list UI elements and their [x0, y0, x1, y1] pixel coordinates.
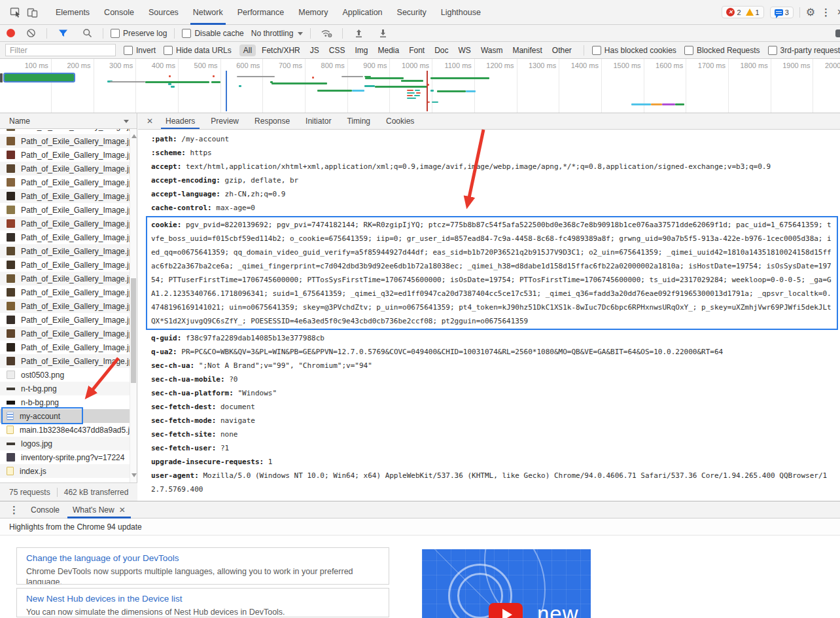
- image-thumbnail-icon: [7, 357, 15, 365]
- detail-tab-initiator[interactable]: Initiator: [298, 113, 339, 129]
- clear-network-log-icon[interactable]: [22, 26, 39, 41]
- close-tab-icon[interactable]: ✕: [119, 505, 126, 515]
- detail-tab-headers[interactable]: Headers: [158, 113, 203, 129]
- request-row-path-of-exile-gallery-image-jpg[interactable]: Path_of_Exile_Gallery_Image.jpg: [0, 340, 130, 354]
- whats-new-video-thumbnail[interactable]: new: [422, 549, 591, 618]
- request-details-tabs: ✕ HeadersPreviewResponseInitiatorTimingC…: [138, 113, 840, 130]
- type-filter-img[interactable]: Img: [351, 45, 372, 56]
- type-filter-doc[interactable]: Doc: [430, 45, 452, 56]
- header-sec-fetch-site: sec-fetch-site: none: [151, 427, 833, 441]
- request-row-path-of-exile-gallery-image-jpg[interactable]: Path_of_Exile_Gallery_Image.jpg: [0, 148, 130, 162]
- tab-sources[interactable]: Sources: [141, 0, 186, 25]
- warning-count-badge[interactable]: 1: [746, 9, 760, 16]
- hide-data-urls-checkbox[interactable]: [164, 46, 173, 55]
- drawer-tab-what-s-new[interactable]: What's New✕: [66, 501, 132, 518]
- preserve-log-checkbox[interactable]: [111, 29, 120, 38]
- disable-cache-checkbox[interactable]: [182, 29, 191, 38]
- request-row-path-of-exile-gallery-image-jpg[interactable]: Path_of_Exile_Gallery_Image.jpg: [0, 134, 130, 148]
- request-row-path-of-exile-gallery-image-jpg[interactable]: Path_of_Exile_Gallery_Image.jpg: [0, 129, 130, 134]
- invert-label: Invert: [136, 46, 156, 55]
- request-list-scrollbar[interactable]: [130, 129, 137, 482]
- request-row-path-of-exile-gallery-image-jpg[interactable]: Path_of_Exile_Gallery_Image.jpg: [0, 162, 130, 175]
- detail-tab-timing[interactable]: Timing: [339, 113, 378, 129]
- third-party-requests-checkbox[interactable]: [768, 46, 777, 55]
- search-icon[interactable]: [79, 26, 96, 41]
- type-filter-ws[interactable]: WS: [455, 45, 475, 56]
- detail-tab-preview[interactable]: Preview: [203, 113, 247, 129]
- issues-badge[interactable]: 3: [770, 7, 794, 18]
- request-row-path-of-exile-gallery-image-jpg[interactable]: Path_of_Exile_Gallery_Image.jpg: [0, 230, 130, 244]
- request-row-inventory-sprite-png-v-17224[interactable]: inventory-sprite.png?v=17224: [0, 450, 130, 464]
- tab-network[interactable]: Network: [186, 0, 230, 25]
- drawer-menu-icon[interactable]: ⋮: [9, 505, 19, 515]
- name-column-header[interactable]: Name: [0, 113, 137, 129]
- image-thumbnail-icon: [7, 164, 15, 173]
- type-filter-font[interactable]: Font: [405, 45, 429, 56]
- type-filter-media[interactable]: Media: [374, 45, 403, 56]
- whats-new-heading: Highlights from the Chrome 94 update: [9, 522, 142, 532]
- export-har-icon[interactable]: [374, 26, 391, 41]
- card-title-link[interactable]: New Nest Hub devices in the Device list: [26, 594, 379, 604]
- request-row-ost0503-png[interactable]: ost0503.png: [0, 368, 130, 382]
- request-row-path-of-exile-gallery-image-jpg[interactable]: Path_of_Exile_Gallery_Image.jpg: [0, 189, 130, 203]
- blocked-requests-checkbox[interactable]: [684, 46, 693, 55]
- scrollbar-thumb[interactable]: [131, 278, 136, 383]
- type-filter-fetch-xhr[interactable]: Fetch/XHR: [258, 45, 304, 56]
- network-conditions-icon[interactable]: [318, 26, 335, 41]
- import-har-icon[interactable]: [350, 26, 367, 41]
- close-details-icon[interactable]: ✕: [142, 117, 158, 126]
- error-count-badge[interactable]: ✕2: [726, 8, 741, 16]
- type-filter-css[interactable]: CSS: [325, 45, 349, 56]
- console-message-badges[interactable]: ✕2 1: [722, 6, 763, 18]
- device-toolbar-icon[interactable]: [24, 5, 41, 20]
- request-row-path-of-exile-gallery-image-jpg[interactable]: Path_of_Exile_Gallery_Image.jpg: [0, 285, 130, 299]
- request-row-path-of-exile-gallery-image-jpg[interactable]: Path_of_Exile_Gallery_Image.jpg: [0, 354, 130, 368]
- type-filter-js[interactable]: JS: [306, 45, 323, 56]
- header-path: :path: /my-account: [151, 132, 833, 146]
- drawer-tab-console[interactable]: Console: [24, 501, 66, 518]
- request-row-path-of-exile-gallery-image-jpg[interactable]: Path_of_Exile_Gallery_Image.jpg: [0, 175, 130, 189]
- tab-performance[interactable]: Performance: [230, 0, 292, 25]
- inspect-element-icon[interactable]: [7, 5, 24, 20]
- request-row-main-1b3238e4c437dd8a9ad5-js[interactable]: main.1b3238e4c437dd8a9ad5.js: [0, 423, 130, 437]
- tab-application[interactable]: Application: [335, 0, 389, 25]
- request-row-path-of-exile-gallery-image-jpg[interactable]: Path_of_Exile_Gallery_Image.jpg: [0, 258, 130, 272]
- type-filter-other[interactable]: Other: [548, 45, 576, 56]
- record-network-log-button[interactable]: [7, 29, 15, 37]
- network-overview-timeline[interactable]: 100 ms200 ms300 ms400 ms500 ms600 ms700 …: [0, 59, 840, 113]
- detail-tab-cookies[interactable]: Cookies: [378, 113, 422, 129]
- scroll-down-icon[interactable]: [131, 473, 137, 480]
- more-options-icon[interactable]: ⋮: [821, 7, 831, 17]
- card-title-link[interactable]: Change the language of your DevTools: [26, 553, 379, 563]
- request-row-n-t-bg-png[interactable]: n-t-bg.png: [0, 382, 130, 395]
- youtube-play-icon[interactable]: [489, 603, 523, 618]
- throttling-select[interactable]: No throttling: [251, 29, 304, 38]
- request-row-path-of-exile-gallery-image-jpg[interactable]: Path_of_Exile_Gallery_Image.jpg: [0, 217, 130, 230]
- tab-console[interactable]: Console: [97, 0, 141, 25]
- detail-tab-response[interactable]: Response: [247, 113, 298, 129]
- scroll-up-icon[interactable]: [131, 132, 137, 138]
- request-row-my-account[interactable]: my-account: [0, 409, 130, 423]
- type-filter-manifest[interactable]: Manifest: [508, 45, 546, 56]
- close-devtools-icon[interactable]: ✕: [837, 7, 840, 17]
- filter-funnel-icon[interactable]: [54, 26, 71, 41]
- tab-memory[interactable]: Memory: [291, 0, 335, 25]
- tab-security[interactable]: Security: [390, 0, 434, 25]
- tab-lighthouse[interactable]: Lighthouse: [434, 0, 488, 25]
- request-row-path-of-exile-gallery-image-jpg[interactable]: Path_of_Exile_Gallery_Image.jpg: [0, 244, 130, 258]
- invert-checkbox[interactable]: [124, 46, 133, 55]
- request-row-n-b-bg-png[interactable]: n-b-bg.png: [0, 395, 130, 409]
- request-row-path-of-exile-gallery-image-jpg[interactable]: Path_of_Exile_Gallery_Image.jpg: [0, 327, 130, 340]
- filter-input[interactable]: [5, 44, 116, 56]
- has-blocked-cookies-checkbox[interactable]: [592, 46, 601, 55]
- request-row-path-of-exile-gallery-image-jpg[interactable]: Path_of_Exile_Gallery_Image.jpg: [0, 313, 130, 327]
- request-row-path-of-exile-gallery-image-jpg[interactable]: Path_of_Exile_Gallery_Image.jpg: [0, 299, 130, 313]
- type-filter-all[interactable]: All: [239, 45, 256, 56]
- request-row-logos-jpg[interactable]: logos.jpg: [0, 437, 130, 450]
- request-row-path-of-exile-gallery-image-jpg[interactable]: Path_of_Exile_Gallery_Image.jpg: [0, 203, 130, 217]
- request-row-path-of-exile-gallery-image-jpg[interactable]: Path_of_Exile_Gallery_Image.jpg: [0, 272, 130, 285]
- request-row-index-js[interactable]: index.js: [0, 464, 130, 478]
- settings-gear-icon[interactable]: ⚙: [806, 7, 815, 18]
- type-filter-wasm[interactable]: Wasm: [477, 45, 507, 56]
- tab-elements[interactable]: Elements: [48, 0, 97, 25]
